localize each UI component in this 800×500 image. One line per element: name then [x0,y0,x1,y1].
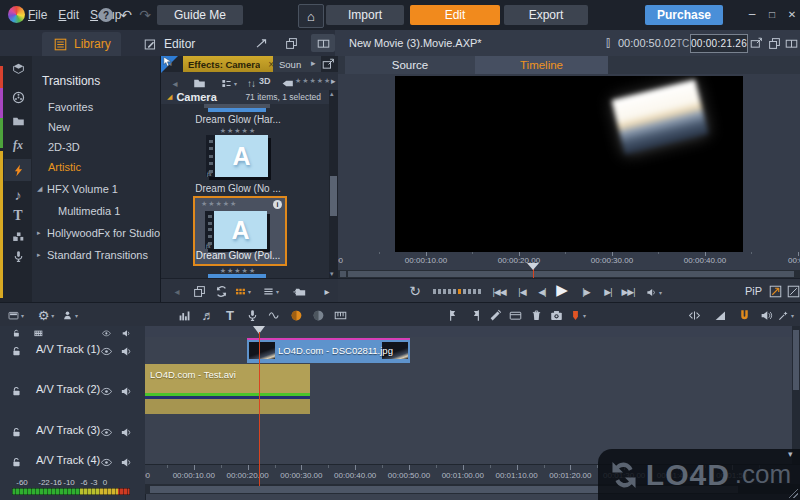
eye-icon[interactable] [98,383,113,398]
folder-up-icon[interactable] [191,75,207,91]
loop-icon[interactable]: ↻ [407,283,423,299]
motion-tracking-icon[interactable] [288,307,304,323]
dropdown-arrow-icon[interactable]: ▾ [791,312,794,319]
dropdown-arrow-icon[interactable]: ▾ [51,312,54,319]
back-icon[interactable]: ◂ [167,75,183,91]
effects-scrollbar[interactable]: ▴ ▾ [329,90,338,278]
nav-projects-button[interactable] [4,110,31,132]
rating-filter-stars[interactable]: ★★★★★ [295,77,331,85]
step-back-icon[interactable]: ◀| [534,284,550,300]
lock-icon[interactable] [8,424,23,439]
scrollbar-left-stub[interactable] [340,271,346,277]
mark-in-icon[interactable] [445,307,461,323]
pip-scale-icon[interactable] [767,283,783,299]
menu-file[interactable]: File [28,8,47,22]
tag-filter-icon[interactable] [279,75,295,91]
timeline-vscrollbar[interactable] [792,326,800,464]
send-to-timeline-icon[interactable] [291,283,307,299]
maximize-icon[interactable]: □ [764,6,780,22]
playhead-line[interactable] [259,332,261,486]
card-icon[interactable] [507,307,523,323]
toolbar-forward-icon[interactable]: ▸ [331,76,336,86]
duplicate-view-icon[interactable] [283,35,299,51]
audio-scrub-icon[interactable] [758,307,774,323]
settings-gear-icon[interactable]: ⚙▾ [38,307,54,323]
tab-editor[interactable]: Editor [132,32,205,56]
crop-icon[interactable] [785,283,800,299]
scrollbar-thumb[interactable] [348,271,794,277]
audio-ducking-icon[interactable] [310,307,326,323]
lock-icon[interactable] [8,343,23,358]
effect-thumbnail[interactable]: Afx [205,211,267,249]
track-header-a-v-track-4[interactable]: A/V Track (4) [0,445,145,477]
nav-media-bin-button[interactable] [4,57,31,79]
nav-collections-button[interactable] [4,86,31,108]
back-icon[interactable]: ◂ [169,283,185,299]
swap-panel-icon[interactable] [253,35,269,51]
snapshot-icon[interactable] [548,307,564,323]
view-3d-label[interactable]: 3D [259,76,271,86]
undo-icon[interactable]: ↶ [118,7,134,23]
go-to-end-icon[interactable]: ▶▶| [620,284,636,300]
next-clip-icon[interactable]: ▶| [600,284,616,300]
eye-icon[interactable] [98,454,113,469]
razor-icon[interactable] [487,307,503,323]
jog-shuttle[interactable] [433,288,483,294]
resize-grip[interactable] [789,489,798,498]
score-icon[interactable]: ♬ [200,307,216,323]
speaker-icon[interactable] [118,383,133,398]
expanded-arrow-icon[interactable]: ◢ [37,180,42,198]
duplicate-icon[interactable] [191,283,207,299]
tree-item-hfx-volume-1[interactable]: ◢HFX Volume 1 [32,180,160,198]
tab-scroll-right-icon[interactable]: ▸ [311,58,316,68]
speaker-icon[interactable] [118,424,133,439]
timecode-box[interactable]: 00:00:21.26 [690,34,748,53]
dual-view-icon[interactable] [311,34,335,52]
eye-icon[interactable] [98,343,113,358]
tree-item-favorites[interactable]: Favorites [32,98,160,116]
thumbnail-view-icon[interactable]: ▾ [221,75,237,91]
dropdown-arrow-icon[interactable]: ▾ [234,80,237,87]
title-icon[interactable]: T [222,307,238,323]
clip-video[interactable]: LO4D.com - Test.avi [145,364,310,416]
redo-icon[interactable]: ↷ [137,7,153,23]
list-view-icon[interactable]: ▾ [263,283,279,299]
tab-source[interactable]: Source [345,56,475,74]
effect-thumbnail[interactable]: Afx [206,135,268,177]
track-header-a-v-track-1[interactable]: A/V Track (1) [0,337,145,364]
dropdown-arrow-icon[interactable]: ▾ [583,312,586,319]
collapsed-arrow-icon[interactable]: ▸ [37,246,41,264]
marker-icon[interactable]: ▾ [570,307,586,323]
help-icon[interactable]: ? [99,8,113,22]
preview-playhead-marker[interactable] [527,263,539,270]
wave-icon[interactable] [266,307,282,323]
guide-me-button[interactable]: Guide Me [157,5,243,25]
dropdown-arrow-icon[interactable]: ▾ [248,288,251,295]
scroll-up-icon[interactable]: ▴ [330,90,334,98]
dropdown-arrow-icon[interactable]: ▾ [21,312,24,319]
speaker-icon[interactable] [118,343,133,358]
tree-item-hollywoodfx-for-studio[interactable]: ▸HollywoodFx for Studio [32,224,160,242]
track-lane-a-v-track-1[interactable] [145,337,800,364]
scroll-down-icon[interactable]: ▾ [330,270,334,278]
step-forward-icon[interactable]: |▶ [578,284,594,300]
import-button[interactable]: Import [326,5,404,25]
tab-effects-camera[interactable]: Effects: Camera × [183,56,279,72]
tree-item-new[interactable]: New [32,118,160,136]
go-to-start-icon[interactable]: |◀◀ [491,284,507,300]
voiceover-mic-icon[interactable] [244,307,260,323]
forward-icon[interactable]: ▸ [319,283,335,299]
sync-icon[interactable] [213,283,229,299]
magic-wand-icon[interactable]: ▾ [778,307,794,323]
tree-item-2d-3d[interactable]: 2D-3D [32,138,160,156]
play-icon[interactable]: ▶ [554,282,570,298]
tab-timeline[interactable]: Timeline [475,56,608,74]
trim-mode-icon[interactable] [686,307,702,323]
purchase-button[interactable]: Purchase [645,5,723,25]
info-icon[interactable]: i [273,200,282,209]
track-header-a-v-track-2[interactable]: A/V Track (2) [0,363,145,418]
tree-item-standard-transitions[interactable]: ▸Standard Transitions [32,246,160,264]
close-icon[interactable]: ✕ [784,6,800,22]
trash-icon[interactable] [528,307,544,323]
track-lane-a-v-track-3[interactable] [145,417,800,446]
